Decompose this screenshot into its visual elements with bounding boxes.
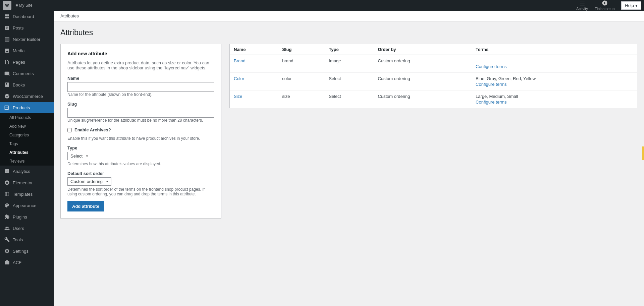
form-title: Add new attribute	[67, 51, 214, 56]
comments-icon	[4, 70, 10, 76]
slug-input[interactable]	[67, 108, 214, 118]
enable-archives-checkbox[interactable]	[67, 128, 72, 132]
archives-group: Enable Archives? Enable this if you want…	[67, 127, 214, 141]
attr-order-1: Custom ordering	[374, 73, 472, 90]
sidebar-item-settings[interactable]: Settings	[0, 245, 54, 257]
type-group: Type Select Text Color Image Determines …	[67, 145, 214, 166]
activity-button[interactable]: Activity	[576, 0, 588, 11]
sort-order-group: Default sort order Custom ordering Name …	[67, 171, 214, 196]
sidebar-item-posts[interactable]: Posts	[0, 22, 54, 34]
plugins-icon	[4, 214, 10, 220]
name-input[interactable]	[67, 82, 214, 92]
type-desc: Determines how this attribute's values a…	[67, 162, 214, 166]
attr-slug-2: size	[278, 90, 325, 108]
sidebar-item-comments[interactable]: Comments	[0, 68, 54, 79]
attr-terms-value-2: Large, Medium, Small	[476, 94, 518, 99]
attr-order-2: Custom ordering	[374, 90, 472, 108]
sidebar-item-elementor[interactable]: Elementor	[0, 177, 54, 188]
site-name[interactable]: ■ My Site	[15, 3, 33, 8]
sidebar-sub-attributes[interactable]: Attributes	[0, 148, 54, 157]
notification-strip	[642, 146, 644, 160]
finish-setup-button[interactable]: Finish setup	[595, 0, 614, 11]
sidebar-item-books[interactable]: Books	[0, 79, 54, 90]
admin-top-bar: W ■ My Site Activity Finish setup Help ▾	[0, 0, 644, 11]
tools-icon	[4, 237, 10, 243]
type-label: Type	[67, 145, 214, 150]
attributes-table: Name Slug Type Order by Terms Brand bra	[230, 44, 637, 108]
content-area: Attributes Attributes Add new attribute …	[54, 11, 644, 306]
type-select-wrapper: Select Text Color Image	[67, 152, 91, 160]
table-row: Size size Select Custom ordering Large, …	[230, 90, 637, 108]
products-icon	[4, 105, 10, 111]
configure-terms-link-2[interactable]: Configure terms	[476, 100, 633, 105]
name-desc: Name for the attribute (shown on the fro…	[67, 92, 152, 97]
slug-label: Slug	[67, 102, 214, 107]
sort-order-label: Default sort order	[67, 171, 214, 176]
configure-terms-link-1[interactable]: Configure terms	[476, 82, 633, 87]
sidebar-sub-all-products[interactable]: All Products	[0, 113, 54, 122]
breadcrumb: Attributes	[60, 13, 79, 18]
archives-desc: Enable this if you want this attribute t…	[67, 136, 200, 141]
sidebar-item-dashboard[interactable]: Dashboard	[0, 11, 54, 22]
sort-select-wrapper: Custom ordering Name Name (numeric) Term…	[67, 177, 111, 186]
sidebar-item-templates[interactable]: Templates	[0, 188, 54, 200]
attr-type-2: Select	[325, 90, 374, 108]
wp-logo[interactable]: W	[3, 1, 11, 10]
sidebar-sub-categories[interactable]: Categories	[0, 131, 54, 139]
col-type: Type	[325, 44, 374, 55]
attr-type-0: Image	[325, 55, 374, 73]
attributes-table-panel: Name Slug Type Order by Terms Brand bra	[229, 44, 637, 108]
name-label: Name	[67, 76, 214, 81]
sidebar-item-nexter-builder[interactable]: Nexter Builder	[0, 34, 54, 45]
sidebar-sub-tags[interactable]: Tags	[0, 139, 54, 148]
sidebar: Dashboard Posts Nexter Builder Media	[0, 11, 54, 306]
page-header: Attributes	[54, 11, 644, 21]
col-name: Name	[230, 44, 278, 55]
attr-terms-value-1: Blue, Gray, Green, Red, Yellow	[476, 76, 536, 81]
sidebar-item-woocommerce[interactable]: WooCommerce	[0, 90, 54, 102]
enable-archives-label: Enable Archives?	[74, 127, 111, 132]
settings-icon	[4, 248, 10, 254]
table-row: Brand brand Image Custom ordering – Conf…	[230, 55, 637, 73]
attr-slug-1: color	[278, 73, 325, 90]
acf-icon	[4, 259, 10, 265]
sidebar-item-acf[interactable]: ACF	[0, 257, 54, 268]
products-submenu: All Products Add New Categories Tags Att…	[0, 113, 54, 166]
page-title: Attributes	[60, 28, 637, 37]
attr-name-link-0[interactable]: Brand	[234, 58, 246, 63]
sidebar-item-media[interactable]: Media	[0, 45, 54, 56]
slug-desc: Unique slug/reference for the attribute;…	[67, 118, 203, 123]
nexter-icon	[4, 36, 10, 42]
slug-group: Slug Unique slug/reference for the attri…	[67, 102, 214, 123]
sidebar-item-appearance[interactable]: Appearance	[0, 200, 54, 211]
form-description: Attributes let you define extra product …	[67, 60, 214, 70]
attr-name-link-2[interactable]: Size	[234, 94, 242, 99]
main-layout: Dashboard Posts Nexter Builder Media	[0, 11, 644, 306]
sidebar-item-analytics[interactable]: Analytics	[0, 166, 54, 177]
sidebar-item-pages[interactable]: Pages	[0, 56, 54, 68]
two-col-layout: Add new attribute Attributes let you def…	[60, 44, 637, 219]
type-select[interactable]: Select Text Color Image	[67, 152, 91, 160]
appearance-icon	[4, 202, 10, 208]
sidebar-item-products[interactable]: Products	[0, 102, 54, 113]
media-icon	[4, 48, 10, 54]
help-button[interactable]: Help ▾	[621, 1, 641, 10]
sidebar-item-plugins[interactable]: Plugins	[0, 211, 54, 223]
name-group: Name Name for the attribute (shown on th…	[67, 76, 214, 97]
elementor-icon	[4, 180, 10, 186]
users-icon	[4, 225, 10, 231]
sidebar-item-users[interactable]: Users	[0, 223, 54, 234]
attr-name-link-1[interactable]: Color	[234, 76, 244, 81]
configure-terms-link-0[interactable]: Configure terms	[476, 64, 633, 69]
woo-icon	[4, 93, 10, 99]
pages-icon	[4, 59, 10, 65]
attr-type-1: Select	[325, 73, 374, 90]
add-attribute-button[interactable]: Add attribute	[67, 201, 104, 211]
col-terms: Terms	[472, 44, 637, 55]
templates-icon	[4, 191, 10, 197]
dashboard-icon	[4, 13, 10, 19]
sidebar-item-tools[interactable]: Tools	[0, 234, 54, 245]
sidebar-sub-reviews[interactable]: Reviews	[0, 157, 54, 166]
sidebar-sub-add-new[interactable]: Add New	[0, 122, 54, 131]
sort-select[interactable]: Custom ordering Name Name (numeric) Term…	[67, 177, 111, 186]
